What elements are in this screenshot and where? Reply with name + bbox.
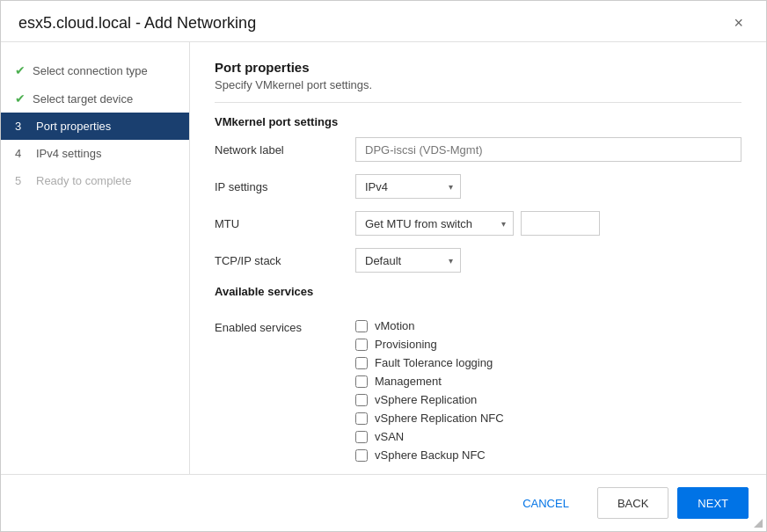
- sidebar: ✔ Select connection type ✔ Select target…: [1, 42, 190, 474]
- mtu-select[interactable]: Get MTU from switch Custom: [356, 214, 513, 234]
- back-button[interactable]: BACK: [597, 487, 668, 519]
- step-num-4: 4: [15, 147, 29, 160]
- tcpip-stack-row: TCP/IP stack Default vMotion Provisionin…: [215, 248, 741, 273]
- checkbox-provisioning-label: Provisioning: [375, 338, 437, 351]
- network-label-control: [355, 137, 741, 162]
- divider-1: [215, 102, 741, 103]
- section-subtitle: Specify VMkernel port settings.: [215, 78, 741, 91]
- enabled-services-row: Enabled services vMotion Provisioning: [215, 319, 741, 462]
- ip-settings-label: IP settings: [215, 180, 355, 193]
- ip-settings-row: IP settings IPv4 IPv6 ▾: [215, 174, 741, 199]
- enabled-services-label: Enabled services: [215, 319, 355, 334]
- checkbox-fault-tolerance-label: Fault Tolerance logging: [375, 356, 493, 369]
- checkboxes-list: vMotion Provisioning Fault Tolerance log…: [355, 319, 741, 462]
- section-title: Port properties: [215, 60, 741, 75]
- checkbox-vsphere-replication-nfc[interactable]: vSphere Replication NFC: [355, 412, 741, 425]
- checkbox-vsan[interactable]: vSAN: [355, 430, 741, 443]
- sidebar-step-5-label: Ready to complete: [36, 174, 131, 187]
- checkbox-vsphere-replication-input[interactable]: [355, 394, 368, 406]
- sidebar-step-3-label: Port properties: [36, 120, 111, 133]
- sidebar-item-select-connection[interactable]: ✔ Select connection type: [1, 56, 189, 84]
- mtu-value-input[interactable]: 9000: [521, 211, 600, 236]
- checkbox-vsphere-replication[interactable]: vSphere Replication: [355, 393, 741, 406]
- step-num-5: 5: [15, 174, 29, 187]
- mtu-label: MTU: [215, 217, 355, 230]
- checkbox-vmotion-label: vMotion: [375, 319, 415, 332]
- sidebar-step-2-label: Select target device: [33, 92, 133, 106]
- network-label-row: Network label: [215, 137, 741, 162]
- network-label-input[interactable]: [355, 137, 741, 162]
- ip-settings-select-wrapper: IPv4 IPv6 ▾: [355, 174, 461, 199]
- checkbox-vsphere-backup-nfc-label: vSphere Backup NFC: [375, 448, 486, 462]
- available-services-title: Available services: [215, 285, 313, 298]
- main-content: Port properties Specify VMkernel port se…: [190, 42, 766, 474]
- add-networking-dialog: esx5.cloud.local - Add Networking × ✔ Se…: [0, 0, 767, 532]
- checkbox-vsphere-backup-nfc[interactable]: vSphere Backup NFC: [355, 448, 741, 462]
- cancel-button[interactable]: CANCEL: [503, 487, 588, 519]
- mtu-inputs: Get MTU from switch Custom ▾ 9000: [355, 211, 741, 236]
- checkbox-vsphere-replication-nfc-label: vSphere Replication NFC: [375, 412, 504, 425]
- ip-settings-control: IPv4 IPv6 ▾: [355, 174, 741, 199]
- dialog-header: esx5.cloud.local - Add Networking ×: [1, 1, 766, 42]
- step-num-3: 3: [15, 120, 29, 133]
- checkbox-vsphere-backup-nfc-input[interactable]: [355, 449, 368, 462]
- dialog-title: esx5.cloud.local - Add Networking: [18, 14, 256, 33]
- checkbox-provisioning-input[interactable]: [355, 339, 368, 351]
- checkbox-provisioning[interactable]: Provisioning: [355, 338, 741, 351]
- tcpip-stack-select-wrapper: Default vMotion Provisioning ▾: [355, 248, 461, 273]
- sidebar-step-4-label: IPv4 settings: [36, 147, 101, 160]
- available-services-header-row: Available services: [215, 285, 741, 307]
- checkbox-vmotion[interactable]: vMotion: [355, 319, 741, 332]
- network-label-label: Network label: [215, 143, 355, 157]
- dialog-footer: CANCEL BACK NEXT: [1, 474, 766, 531]
- checkbox-management-label: Management: [375, 375, 442, 388]
- close-button[interactable]: ×: [728, 13, 749, 33]
- dialog-body: ✔ Select connection type ✔ Select target…: [1, 42, 766, 474]
- mtu-select-wrapper: Get MTU from switch Custom ▾: [355, 211, 514, 236]
- tcpip-stack-control: Default vMotion Provisioning ▾: [355, 248, 741, 273]
- ip-settings-select[interactable]: IPv4 IPv6: [356, 177, 460, 197]
- checkboxes-control: vMotion Provisioning Fault Tolerance log…: [355, 319, 741, 462]
- checkbox-fault-tolerance[interactable]: Fault Tolerance logging: [355, 356, 741, 369]
- tcpip-stack-label: TCP/IP stack: [215, 254, 355, 267]
- check-icon-1: ✔: [15, 63, 26, 77]
- check-icon-2: ✔: [15, 91, 26, 106]
- sidebar-item-port-properties[interactable]: 3 Port properties: [1, 113, 189, 140]
- tcpip-stack-select[interactable]: Default vMotion Provisioning: [356, 251, 460, 271]
- checkbox-fault-tolerance-input[interactable]: [355, 357, 368, 369]
- checkbox-vsphere-replication-nfc-input[interactable]: [355, 412, 368, 425]
- next-button[interactable]: NEXT: [677, 487, 749, 519]
- resize-handle[interactable]: [754, 519, 763, 528]
- checkbox-vsphere-replication-label: vSphere Replication: [375, 393, 477, 406]
- sidebar-item-ipv4-settings[interactable]: 4 IPv4 settings: [1, 140, 189, 167]
- sidebar-item-ready-to-complete: 5 Ready to complete: [1, 167, 189, 194]
- checkbox-management-input[interactable]: [355, 375, 368, 388]
- checkbox-vsan-label: vSAN: [375, 430, 404, 443]
- mtu-control: Get MTU from switch Custom ▾ 9000: [355, 211, 741, 236]
- checkbox-management[interactable]: Management: [355, 375, 741, 388]
- vmkernel-section-title: VMkernel port settings: [215, 115, 741, 128]
- sidebar-item-select-target[interactable]: ✔ Select target device: [1, 84, 189, 113]
- sidebar-step-1-label: Select connection type: [33, 64, 148, 77]
- checkbox-vsan-input[interactable]: [355, 431, 368, 443]
- mtu-row: MTU Get MTU from switch Custom ▾ 9000: [215, 211, 741, 236]
- checkbox-vmotion-input[interactable]: [355, 320, 368, 332]
